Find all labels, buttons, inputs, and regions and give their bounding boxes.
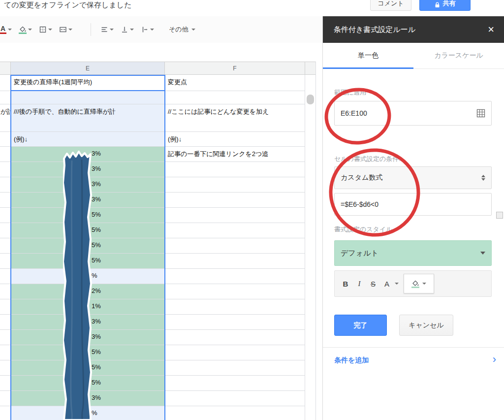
cell[interactable]	[0, 376, 11, 391]
chevron-right-icon[interactable]: ›	[493, 353, 496, 366]
cell[interactable]	[165, 284, 305, 299]
lock-icon	[435, 2, 440, 8]
cell[interactable]	[11, 91, 165, 104]
tab-single-color[interactable]: 単一色	[323, 43, 413, 68]
select-range-icon[interactable]	[476, 109, 485, 118]
done-button[interactable]: 完了	[334, 315, 387, 336]
cell[interactable]	[165, 406, 305, 420]
fill-color-icon	[19, 26, 27, 34]
sheet-row: 5%	[0, 360, 305, 376]
panel-title: 条件付き書式設定ルール	[334, 25, 486, 34]
cell[interactable]: //ここには記事にどんな変更を加え	[165, 104, 305, 132]
cell[interactable]	[165, 345, 305, 360]
cell[interactable]	[0, 223, 11, 238]
sheet-row: %	[0, 406, 305, 420]
cancel-button[interactable]: キャンセル	[399, 315, 453, 336]
vertical-align-icon	[121, 26, 128, 33]
cell[interactable]	[165, 376, 305, 391]
cell[interactable]: ///後の手順で、自動的に直帰率が計	[11, 104, 165, 132]
cell[interactable]: 変更点	[165, 75, 305, 91]
cell[interactable]	[0, 391, 11, 406]
cell[interactable]	[0, 238, 11, 254]
cell[interactable]	[165, 269, 305, 284]
cell[interactable]	[165, 193, 305, 208]
chevron-down-icon	[395, 283, 399, 285]
bold-button[interactable]: B	[339, 280, 352, 288]
cell[interactable]	[165, 162, 305, 177]
cell[interactable]	[165, 315, 305, 330]
vertical-align-button[interactable]	[117, 21, 137, 38]
cell[interactable]	[165, 223, 305, 238]
share-button[interactable]: 共有	[419, 0, 471, 11]
fill-color-button[interactable]	[404, 274, 434, 293]
cell[interactable]	[0, 147, 11, 162]
cell[interactable]	[0, 91, 11, 104]
cell[interactable]	[0, 299, 11, 315]
panel-resize-handle[interactable]	[496, 212, 503, 219]
cell[interactable]: 記事の一番下に関連リンクを2つ追	[165, 147, 305, 162]
formatting-toolbar: A	[0, 16, 322, 43]
cell[interactable]	[165, 360, 305, 376]
italic-button[interactable]: I	[352, 280, 366, 288]
cell[interactable]	[0, 284, 11, 299]
sheet-row: 5%	[0, 223, 305, 238]
chevron-down-icon	[28, 29, 32, 31]
text-color-button[interactable]: A	[380, 280, 399, 288]
cell[interactable]	[165, 391, 305, 406]
cell[interactable]	[165, 177, 305, 193]
condition-dropdown[interactable]: カスタム数式	[334, 166, 492, 189]
cell[interactable]	[0, 360, 11, 376]
active-tab-underline	[323, 67, 413, 69]
cell[interactable]	[0, 315, 11, 330]
sheet-row: 1%	[0, 299, 305, 315]
cell[interactable]	[165, 238, 305, 254]
cell[interactable]: が計	[0, 104, 11, 132]
more-button[interactable]: その他	[165, 21, 199, 38]
cell[interactable]	[165, 254, 305, 269]
cell[interactable]	[165, 91, 305, 104]
redaction-bar	[63, 151, 94, 420]
cell[interactable]	[0, 406, 11, 420]
cell[interactable]	[0, 208, 11, 223]
text-color-button[interactable]: A	[0, 21, 15, 38]
cell[interactable]	[0, 345, 11, 360]
column-header-e[interactable]: E	[11, 62, 165, 75]
strikethrough-button[interactable]: S	[366, 280, 380, 288]
scrollbar-thumb[interactable]	[307, 95, 314, 104]
panel-divider	[323, 347, 504, 348]
sheet-row: 5%	[0, 345, 305, 360]
cell[interactable]	[0, 162, 11, 177]
cell[interactable]	[0, 269, 11, 284]
range-input[interactable]: E6:E100	[334, 101, 492, 126]
custom-formula-input[interactable]: =$E6-$d6<0	[334, 193, 492, 216]
add-rule-link[interactable]: 条件を追加	[334, 356, 369, 365]
text-color-icon: A	[380, 280, 394, 288]
fill-color-button[interactable]	[15, 21, 35, 38]
cell[interactable]	[165, 299, 305, 315]
cell[interactable]	[165, 208, 305, 223]
cell[interactable]	[165, 330, 305, 345]
comment-button[interactable]: コメント	[370, 0, 411, 11]
cell[interactable]: (例)↓	[11, 132, 165, 147]
cell[interactable]	[0, 254, 11, 269]
cell[interactable]	[0, 75, 11, 91]
borders-button[interactable]	[35, 21, 56, 38]
horizontal-align-button[interactable]	[97, 21, 117, 38]
chevron-down-icon	[8, 29, 12, 31]
cell[interactable]	[0, 330, 11, 345]
column-header-d[interactable]	[0, 62, 11, 75]
cell[interactable]	[0, 177, 11, 193]
close-icon[interactable]: ×	[486, 23, 496, 36]
column-header-f[interactable]: F	[165, 62, 305, 75]
text-rotation-button[interactable]	[137, 21, 158, 38]
cell[interactable]: (例)↓	[165, 132, 305, 147]
style-dropdown[interactable]: デフォルト	[334, 240, 492, 266]
tab-color-scale[interactable]: カラースケール	[413, 43, 504, 68]
sheet-row: 3%	[0, 193, 305, 208]
cell[interactable]	[0, 193, 11, 208]
cell[interactable]	[0, 132, 11, 147]
panel-header: 条件付き書式設定ルール ×	[323, 16, 504, 43]
formatting-style-label: 書式設定のスタイル	[334, 225, 393, 234]
merge-cells-button[interactable]	[56, 21, 76, 38]
cell[interactable]: 変更後の直帰率(1週間平均)	[11, 75, 165, 91]
